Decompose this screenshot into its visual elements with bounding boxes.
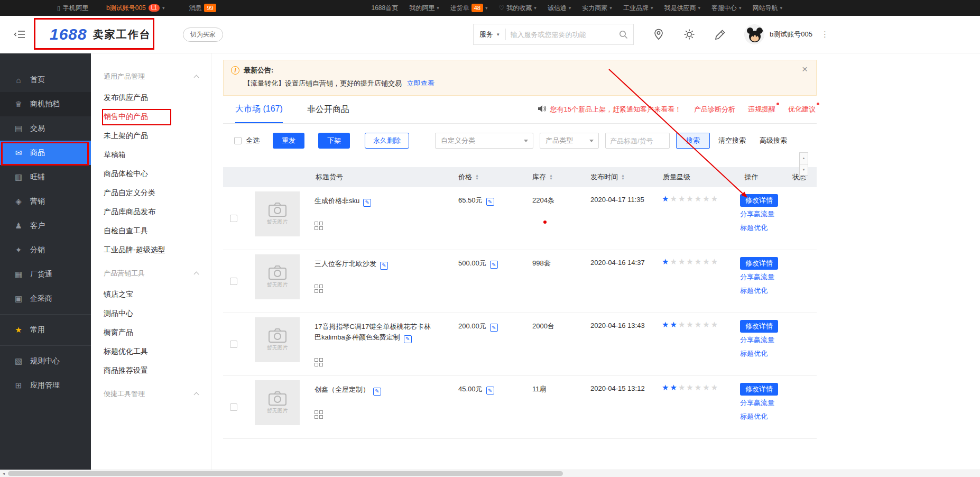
subnav-item-self-check[interactable]: 自检自查工具	[91, 221, 211, 240]
title-optimize-link[interactable]: 标题优化	[740, 285, 768, 297]
sort-icon[interactable]: ▲▼	[621, 174, 625, 180]
scroll-left-icon[interactable]: ◂	[0, 470, 7, 477]
optimize-suggestion-link[interactable]: 优化建议	[788, 105, 816, 114]
subnav-item-on-sale[interactable]: 销售中的产品	[91, 107, 211, 126]
sidebar-item-partner[interactable]: ♛ 商机拍档	[0, 92, 91, 116]
sidebar-item-trade[interactable]: ▤ 交易	[0, 116, 91, 141]
scrollbar-thumb[interactable]	[8, 471, 563, 476]
subnav-section-tools[interactable]: 便捷工具管理	[91, 385, 211, 403]
sidebar-item-shop[interactable]: ▥ 旺铺	[0, 165, 91, 189]
product-type-select[interactable]: 产品类型	[540, 133, 599, 149]
violation-alert-link[interactable]: 违规提醒	[748, 105, 775, 114]
messages-item[interactable]: 消息 99	[189, 4, 216, 13]
scroll-spinner[interactable]: ▲ ▼	[799, 152, 808, 176]
edit-title-icon[interactable]: ✎	[363, 199, 371, 207]
sidebar-item-purchaser[interactable]: ▣ 企采商	[0, 287, 91, 311]
product-title[interactable]: 17音拇指琴C调17键全单板桃花芯卡林巴kalimba多种颜色免费定制	[315, 323, 431, 341]
sort-icon[interactable]: ▲▼	[549, 174, 553, 180]
edit-price-icon[interactable]: ✎	[490, 324, 498, 332]
share-traffic-link[interactable]: 分享赢流量	[740, 334, 774, 346]
title-optimize-link[interactable]: 标题优化	[740, 410, 768, 423]
clear-search-link[interactable]: 清空搜索	[718, 136, 746, 145]
close-icon[interactable]: ×	[802, 63, 808, 75]
collapse-menu-icon[interactable]	[14, 30, 25, 39]
location-icon[interactable]	[653, 29, 664, 40]
nav-item-my-ali[interactable]: 我的阿里 ▾	[409, 4, 439, 13]
custom-category-select[interactable]: 自定义分类	[435, 133, 533, 149]
edit-price-icon[interactable]: ✎	[486, 198, 494, 206]
nav-item-favorites[interactable]: ♡ 我的收藏 ▾	[499, 4, 537, 13]
subnav-item-shop-treasure[interactable]: 镇店之宝	[91, 285, 211, 304]
sidebar-item-home[interactable]: ⌂ 首页	[0, 68, 91, 92]
edit-detail-button[interactable]: 修改详情	[740, 320, 778, 333]
topbar-account[interactable]: b测试账号005 L1 ▾	[106, 4, 164, 13]
subnav-item-publish[interactable]: 发布供应产品	[91, 88, 211, 107]
edit-detail-button[interactable]: 修改详情	[740, 257, 778, 270]
sidebar-item-factory[interactable]: ▦ 厂货通	[0, 262, 91, 287]
nav-item-strong-merchant[interactable]: 实力商家 ▾	[582, 4, 612, 13]
edit-detail-button[interactable]: 修改详情	[740, 194, 778, 207]
more-menu-icon[interactable]: ⋮	[821, 30, 829, 39]
sku-grid-icon[interactable]	[315, 285, 323, 293]
diagnosis-link[interactable]: 产品诊断分析	[694, 105, 735, 114]
subnav-item-library-publish[interactable]: 产品库商品发布	[91, 202, 211, 221]
search-icon[interactable]	[613, 24, 633, 44]
nav-item-supplier[interactable]: 我是供应商 ▾	[664, 4, 700, 13]
nav-item-site-map[interactable]: 网站导航 ▾	[752, 4, 782, 13]
switch-to-buyer-button[interactable]: 切为买家	[183, 27, 223, 42]
title-optimize-link[interactable]: 标题优化	[740, 347, 768, 360]
sku-grid-icon[interactable]	[315, 410, 323, 419]
sidebar-item-customer[interactable]: ♟ 客户	[0, 214, 91, 238]
mobile-ali-item[interactable]: ▯ 手机阿里	[57, 4, 88, 13]
subnav-item-health-center[interactable]: 商品体检中心	[91, 164, 211, 183]
edit-title-icon[interactable]: ✎	[373, 388, 381, 396]
resend-button[interactable]: 重发	[273, 133, 304, 149]
edit-price-icon[interactable]: ✎	[490, 261, 498, 269]
subnav-item-showcase[interactable]: 橱窗产品	[91, 323, 211, 342]
select-all-checkbox[interactable]	[234, 137, 242, 144]
sidebar-item-marketing[interactable]: ◈ 营销	[0, 189, 91, 214]
header-account-name[interactable]: b测试账号005	[770, 30, 812, 39]
tab-big-market[interactable]: 大市场 (167)	[235, 96, 283, 123]
view-now-link[interactable]: 立即查看	[407, 79, 434, 87]
search-button[interactable]: 搜索	[676, 133, 710, 149]
avatar[interactable]	[744, 24, 764, 44]
subnav-item-industrial-select[interactable]: 工业品牌-超级选型	[91, 240, 211, 259]
settings-gear-icon[interactable]	[683, 29, 695, 40]
subnav-section-general[interactable]: 通用产品管理	[91, 68, 211, 86]
service-search-input[interactable]	[506, 31, 613, 39]
nav-item-chengxintong[interactable]: 诚信通 ▾	[548, 4, 571, 13]
subnav-section-marketing[interactable]: 产品营销工具	[91, 264, 211, 282]
subnav-item-custom-category[interactable]: 产品自定义分类	[91, 183, 211, 202]
product-title[interactable]: 创鑫（全屋定制）	[315, 386, 369, 393]
spinner-down-icon[interactable]: ▼	[800, 164, 808, 176]
subnav-item-title-tool[interactable]: 标题优化工具	[91, 342, 211, 361]
row-checkbox[interactable]	[230, 215, 237, 222]
nav-item-industrial-brand[interactable]: 工业品牌 ▾	[623, 4, 653, 13]
sidebar-item-rules[interactable]: ▧ 规则中心	[0, 349, 91, 373]
title-optimize-link[interactable]: 标题优化	[740, 222, 768, 234]
row-checkbox[interactable]	[230, 341, 237, 348]
horizontal-scrollbar[interactable]: ◂	[0, 470, 980, 477]
feedback-pencil-icon[interactable]	[715, 29, 726, 40]
product-title[interactable]: 三人位客厅北欧沙发	[315, 260, 376, 268]
subnav-item-test-center[interactable]: 测品中心	[91, 304, 211, 323]
take-down-button[interactable]: 下架	[318, 133, 350, 149]
delete-forever-button[interactable]: 永久删除	[365, 133, 409, 149]
edit-detail-button[interactable]: 修改详情	[740, 383, 778, 396]
sku-grid-icon[interactable]	[315, 358, 323, 366]
edit-title-icon[interactable]: ✎	[380, 262, 388, 270]
product-title[interactable]: 生成价格非sku	[315, 197, 359, 205]
sidebar-item-common[interactable]: ★ 常用	[0, 318, 91, 342]
share-traffic-link[interactable]: 分享赢流量	[740, 271, 774, 283]
nav-item-service-center[interactable]: 客服中心 ▾	[711, 4, 742, 13]
row-checkbox[interactable]	[230, 403, 237, 411]
sidebar-item-goods[interactable]: ✉ 商品	[0, 141, 91, 165]
sidebar-item-apps[interactable]: ⊞ 应用管理	[0, 373, 91, 398]
logo[interactable]: 1688 卖家工作台	[50, 25, 151, 43]
sku-grid-icon[interactable]	[315, 222, 323, 230]
subnav-item-off-shelf[interactable]: 未上架的产品	[91, 126, 211, 145]
spinner-up-icon[interactable]: ▲	[800, 153, 808, 164]
nav-item-1688-home[interactable]: 1688首页	[372, 4, 399, 13]
service-dropdown[interactable]: 服务 ▾	[474, 30, 505, 39]
